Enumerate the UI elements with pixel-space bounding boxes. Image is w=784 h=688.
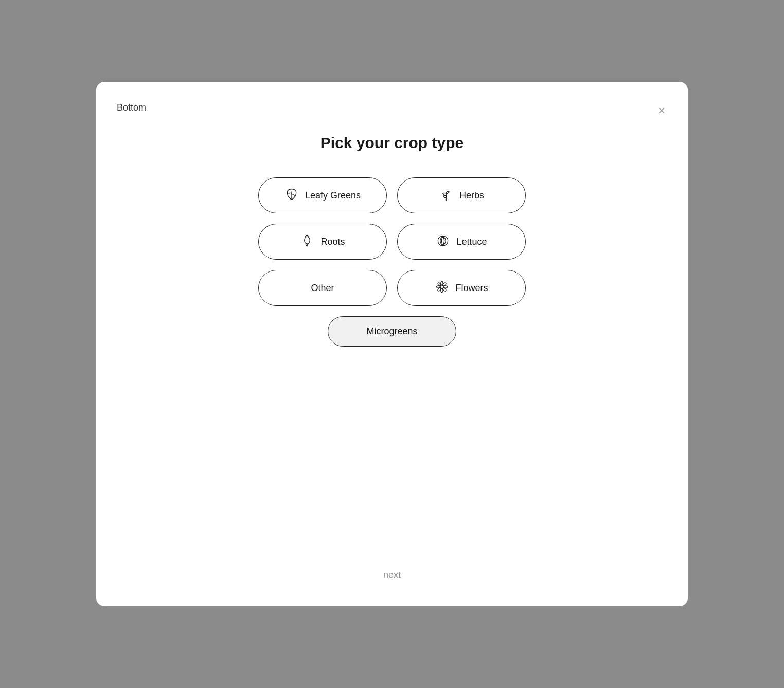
svg-point-1 bbox=[446, 200, 447, 201]
crop-label-lettuce: Lettuce bbox=[456, 237, 487, 247]
svg-point-2 bbox=[305, 237, 310, 244]
crop-button-roots[interactable]: Roots bbox=[258, 224, 387, 260]
crop-button-lettuce[interactable]: Lettuce bbox=[397, 224, 526, 260]
leaf-icon bbox=[284, 187, 299, 204]
crop-button-microgreens[interactable]: Microgreens bbox=[328, 316, 456, 347]
flower-icon bbox=[435, 280, 449, 296]
modal-label: Bottom bbox=[117, 102, 146, 113]
herb-icon bbox=[439, 187, 453, 204]
root-icon bbox=[300, 233, 314, 250]
microgreens-row: Microgreens bbox=[96, 316, 688, 347]
crop-label-roots: Roots bbox=[320, 237, 345, 247]
crop-label-herbs: Herbs bbox=[459, 190, 484, 201]
crop-button-leafy-greens[interactable]: Leafy Greens bbox=[258, 177, 387, 213]
crop-label-leafy-greens: Leafy Greens bbox=[305, 190, 361, 201]
crop-button-flowers[interactable]: Flowers bbox=[397, 270, 526, 306]
next-button[interactable]: next bbox=[373, 565, 411, 586]
modal-header: Bottom × bbox=[96, 102, 688, 119]
crop-button-other[interactable]: Other bbox=[258, 270, 387, 306]
close-button[interactable]: × bbox=[656, 102, 667, 119]
crop-type-grid: Leafy Greens Herbs bbox=[258, 177, 526, 306]
page-title: Pick your crop type bbox=[96, 134, 688, 152]
crop-label-other: Other bbox=[311, 283, 334, 294]
crop-label-microgreens: Microgreens bbox=[366, 326, 417, 337]
crop-label-flowers: Flowers bbox=[455, 283, 488, 294]
lettuce-icon bbox=[436, 233, 450, 250]
crop-button-herbs[interactable]: Herbs bbox=[397, 177, 526, 213]
crop-type-modal: Bottom × Pick your crop type Leafy Green… bbox=[96, 82, 688, 606]
